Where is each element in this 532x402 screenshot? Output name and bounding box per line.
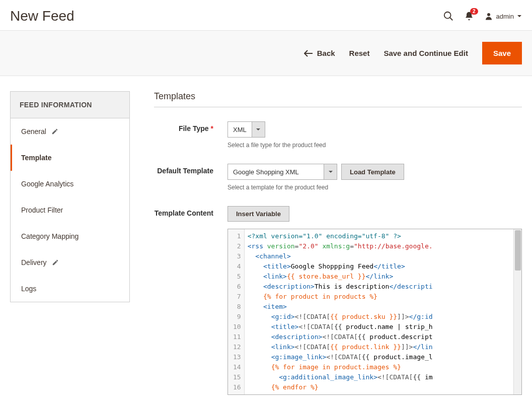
- sidebar-item-label: Product Filter: [21, 206, 63, 214]
- insert-variable-button[interactable]: Insert Variable: [227, 206, 289, 222]
- reset-button[interactable]: Reset: [349, 49, 370, 57]
- file-type-select[interactable]: XML: [227, 121, 265, 138]
- back-button[interactable]: Back: [304, 49, 335, 57]
- svg-point-2: [487, 13, 490, 16]
- save-continue-label: Save and Continue Edit: [384, 49, 468, 57]
- code-body[interactable]: <?xml version="1.0" encoding="utf-8" ?><…: [245, 229, 513, 394]
- sidebar-item-delivery[interactable]: Delivery: [11, 249, 129, 276]
- arrow-left-icon: [304, 50, 313, 57]
- default-template-value: Google Shopping XML: [228, 164, 324, 179]
- sidebar-header: FEED INFORMATION: [11, 92, 129, 118]
- default-template-hint: Select a template for the product feed: [227, 184, 522, 191]
- svg-line-1: [449, 18, 452, 21]
- sidebar-item-general[interactable]: General: [11, 118, 129, 145]
- notifications-icon[interactable]: 2: [464, 11, 474, 21]
- default-template-select[interactable]: Google Shopping XML: [227, 164, 337, 180]
- default-template-label: Default Template: [154, 164, 227, 175]
- chevron-down-icon: [517, 14, 522, 19]
- chevron-down-icon: [324, 164, 337, 179]
- sidebar-item-label: Logs: [21, 285, 36, 293]
- template-content-label: Template Content: [154, 206, 227, 217]
- notification-badge: 2: [470, 8, 478, 15]
- section-title: Templates: [154, 91, 522, 107]
- sidebar-item-label: Delivery: [21, 258, 47, 266]
- sidebar-item-label: Template: [21, 154, 51, 162]
- sidebar-item-label: Category Mapping: [21, 232, 79, 240]
- action-bar: Back Reset Save and Continue Edit Save: [0, 30, 532, 76]
- username: admin: [496, 13, 514, 20]
- code-editor[interactable]: 12345678910111213141516 <?xml version="1…: [227, 229, 522, 395]
- chevron-down-icon: [252, 122, 265, 137]
- code-gutter: 12345678910111213141516: [228, 229, 245, 394]
- save-continue-button[interactable]: Save and Continue Edit: [384, 49, 468, 57]
- sidebar: FEED INFORMATION General Template Google…: [10, 91, 130, 302]
- pencil-icon: [52, 259, 59, 266]
- back-label: Back: [317, 49, 335, 57]
- user-icon: [484, 12, 493, 21]
- file-type-value: XML: [228, 122, 252, 137]
- reset-label: Reset: [349, 49, 370, 57]
- search-icon[interactable]: [443, 11, 454, 22]
- sidebar-item-category-mapping[interactable]: Category Mapping: [11, 223, 129, 249]
- sidebar-item-label: General: [21, 127, 46, 136]
- load-template-button[interactable]: Load Template: [341, 164, 404, 180]
- sidebar-item-google-analytics[interactable]: Google Analytics: [11, 171, 129, 197]
- save-button[interactable]: Save: [482, 42, 522, 64]
- sidebar-item-logs[interactable]: Logs: [11, 276, 129, 302]
- user-menu[interactable]: admin: [484, 12, 522, 21]
- svg-point-0: [444, 12, 450, 19]
- scrollbar-thumb[interactable]: [515, 230, 521, 271]
- page-title: New Feed: [10, 8, 74, 24]
- scrollbar-vertical[interactable]: [513, 229, 521, 394]
- file-type-label: File Type*: [154, 121, 227, 132]
- sidebar-item-template[interactable]: Template: [11, 145, 129, 171]
- sidebar-item-label: Google Analytics: [21, 180, 73, 188]
- sidebar-item-product-filter[interactable]: Product Filter: [11, 197, 129, 223]
- pencil-icon: [51, 128, 58, 135]
- file-type-hint: Select a file type for the product feed: [227, 142, 522, 149]
